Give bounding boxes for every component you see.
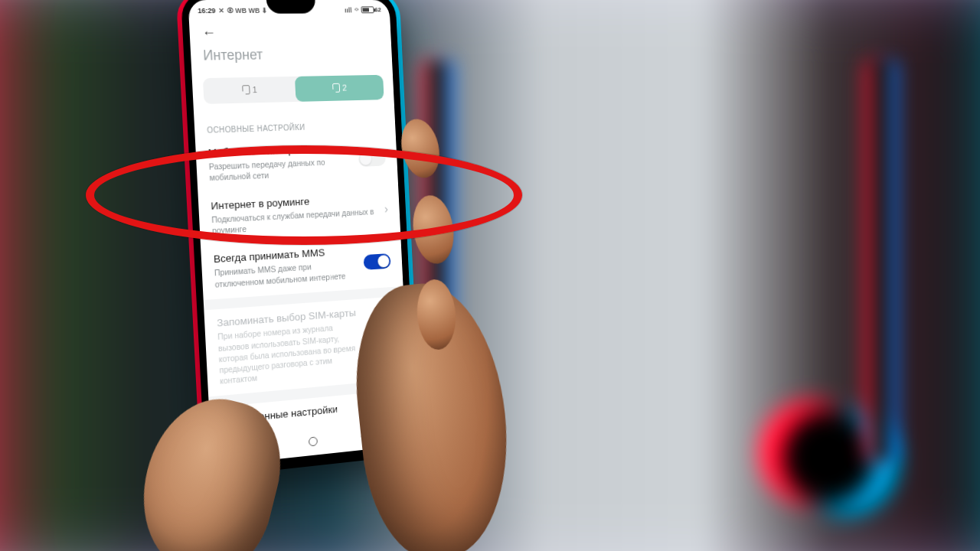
back-button[interactable]: ← <box>201 24 216 41</box>
phone-notch <box>266 0 316 14</box>
row-subtitle: При наборе номера из журнала вызовов исп… <box>217 321 362 386</box>
status-time: 16:29 <box>198 7 216 15</box>
signal-icon: ııll <box>345 6 352 14</box>
chevron-right-icon: › <box>384 203 389 217</box>
wifi-icon: ⌔ <box>354 6 358 14</box>
nav-home-icon[interactable] <box>309 437 318 447</box>
row-subtitle: Разрешить передачу данных по мобильной с… <box>208 155 352 183</box>
sim-tab-label: 1 <box>252 85 257 94</box>
background-bar <box>873 61 890 459</box>
row-mobile-data[interactable]: Мобильный интернет Разрешить передачу да… <box>195 133 398 194</box>
sim-icon <box>243 85 250 94</box>
page-title: Интернет <box>203 45 381 64</box>
toggle-mobile-data[interactable] <box>358 151 386 167</box>
status-left-icons: ✕ ⦿ WB WB ⬇ <box>218 6 268 14</box>
sim-icon <box>333 83 341 93</box>
toggle-always-mms[interactable] <box>363 253 390 270</box>
battery-pct: 62 <box>374 7 381 14</box>
sim-tab-label: 2 <box>342 83 347 93</box>
battery-icon: 62 <box>361 7 381 14</box>
sim-tab-2[interactable]: 2 <box>295 74 384 101</box>
sim-tab-1[interactable]: 1 <box>203 76 296 103</box>
sim-selector: 1 2 <box>203 74 384 103</box>
